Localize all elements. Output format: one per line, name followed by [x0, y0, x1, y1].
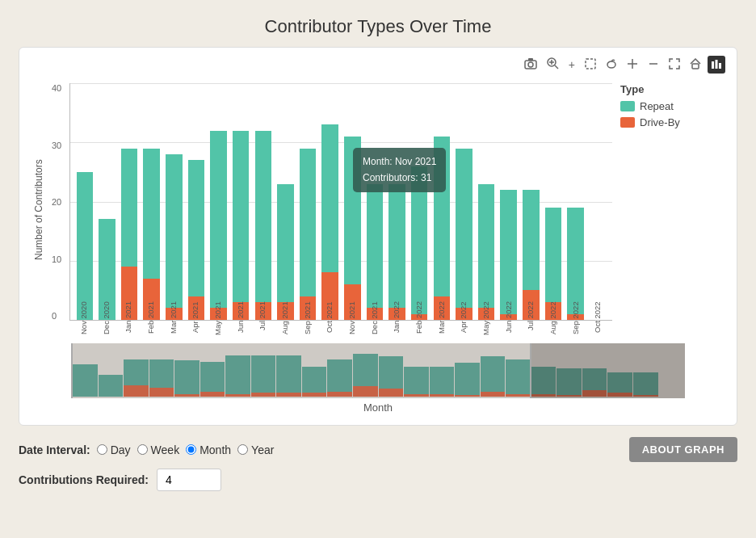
- bar-repeat-2: [121, 149, 138, 267]
- y-tick-40: 40: [52, 83, 66, 93]
- x-label-8: Jul 2021: [252, 301, 273, 342]
- bar-group-12: [342, 83, 363, 320]
- plus-btn[interactable]: +: [565, 56, 578, 74]
- x-label-20: Jul 2022: [520, 301, 541, 342]
- svg-point-8: [607, 61, 615, 68]
- svg-point-2: [528, 62, 533, 67]
- svg-rect-14: [716, 60, 718, 69]
- radio-week-input[interactable]: [137, 444, 148, 455]
- x-label-14: Jan 2022: [386, 301, 407, 342]
- radio-year-label: Year: [251, 443, 274, 456]
- bar-repeat-11: [321, 124, 338, 272]
- bar-group-5: [186, 83, 207, 320]
- svg-rect-13: [712, 61, 714, 69]
- minus-btn[interactable]: [645, 56, 662, 74]
- legend-item-driveby: Drive-By: [620, 116, 725, 128]
- bar-repeat-13: [367, 184, 384, 309]
- x-label-3: Feb 2021: [141, 301, 162, 342]
- y-axis-label: Number of Contributors: [31, 77, 47, 343]
- radio-year-input[interactable]: [237, 444, 248, 455]
- camera-btn[interactable]: [521, 56, 540, 74]
- bar-repeat-21: [545, 208, 562, 302]
- bar-group-4: [164, 83, 185, 320]
- bar-group-8: [253, 83, 274, 320]
- bar-group-11: [320, 83, 341, 320]
- svg-rect-7: [586, 59, 595, 69]
- x-label-1: Dec 2020: [96, 301, 117, 342]
- select-btn[interactable]: [582, 56, 599, 74]
- radio-week-label: Week: [151, 443, 180, 456]
- bar-group-17: [454, 83, 475, 320]
- plot-area: Month: Nov 2021 Contributors: 31 Nov 202…: [69, 77, 725, 343]
- minimap-selector[interactable]: [71, 343, 531, 398]
- bar-group-10: [297, 83, 318, 320]
- y-tick-20: 20: [52, 197, 66, 207]
- outer-container: Contributor Types Over Time +: [0, 0, 756, 538]
- bar-chart-btn[interactable]: [708, 56, 725, 74]
- bar-repeat-3: [143, 149, 160, 279]
- y-tick-30: 30: [52, 141, 66, 150]
- x-label-12: Nov 2021: [342, 301, 363, 342]
- radio-month-input[interactable]: [186, 444, 196, 455]
- lasso-btn[interactable]: [603, 56, 620, 74]
- radio-week[interactable]: Week: [137, 443, 180, 456]
- contributions-input[interactable]: [157, 469, 221, 491]
- radio-day-input[interactable]: [97, 444, 107, 455]
- x-label-21: Aug 2022: [543, 301, 564, 342]
- bar-repeat-8: [255, 131, 272, 302]
- svg-rect-15: [719, 63, 721, 69]
- tooltip: Month: Nov 2021 Contributors: 31: [353, 148, 446, 192]
- bar-group-16: [431, 83, 452, 320]
- radio-year[interactable]: Year: [237, 443, 274, 456]
- expand-btn[interactable]: [666, 56, 683, 74]
- tooltip-contributors: Contributors: 31: [363, 170, 436, 186]
- legend: Type Repeat Drive-By: [620, 83, 725, 128]
- bar-group-6: [208, 83, 229, 320]
- legend-swatch-repeat: [620, 101, 635, 111]
- minimap-container: [71, 343, 685, 398]
- radio-month-label: Month: [200, 443, 231, 456]
- zoom-btn[interactable]: [544, 56, 562, 74]
- radio-day[interactable]: Day: [97, 443, 131, 456]
- x-label-10: Sep 2021: [297, 301, 318, 342]
- x-axis-label: Month: [31, 401, 725, 414]
- bar-repeat-5: [188, 160, 205, 296]
- x-label-18: May 2022: [476, 301, 497, 342]
- bar-group-0: [74, 83, 95, 320]
- x-label-15: Feb 2022: [409, 301, 430, 342]
- bar-repeat-19: [500, 190, 517, 314]
- bar-repeat-10: [300, 149, 317, 296]
- chart-card: + Number o: [19, 47, 737, 426]
- radio-month[interactable]: Month: [186, 443, 231, 456]
- contributions-label: Contributions Required:: [19, 473, 149, 486]
- chart-border: Month: Nov 2021 Contributors: 31: [69, 83, 612, 321]
- main-chart-area: Number of Contributors 0 10 20 30 40: [31, 77, 725, 343]
- bar-group-9: [275, 83, 296, 320]
- bars-container: [74, 83, 608, 320]
- x-label-22: Sep 2022: [565, 301, 586, 342]
- bar-group-14: [387, 83, 408, 320]
- bar-repeat-4: [166, 154, 183, 308]
- bar-repeat-0: [77, 172, 94, 320]
- x-label-6: May 2021: [208, 301, 229, 342]
- svg-line-4: [555, 65, 558, 69]
- x-label-9: Aug 2021: [275, 301, 296, 342]
- legend-swatch-driveby: [620, 117, 635, 128]
- contributions-row: Contributions Required:: [19, 469, 737, 491]
- legend-label-repeat: Repeat: [640, 100, 674, 112]
- home-btn[interactable]: [687, 56, 704, 74]
- x-label-16: Mar 2022: [431, 301, 452, 342]
- radio-day-label: Day: [111, 443, 131, 456]
- bar-repeat-20: [523, 190, 540, 291]
- about-graph-btn[interactable]: ABOUT GRAPH: [629, 437, 737, 462]
- bar-repeat-14: [388, 184, 405, 309]
- legend-label-driveby: Drive-By: [640, 116, 680, 128]
- x-label-7: Jun 2021: [230, 301, 251, 342]
- bar-group-2: [119, 83, 140, 320]
- page-title: Contributor Types Over Time: [265, 16, 492, 37]
- add-btn[interactable]: [624, 56, 641, 74]
- legend-title: Type: [620, 83, 725, 95]
- x-label-0: Nov 2020: [74, 301, 94, 342]
- bar-repeat-9: [277, 184, 294, 302]
- legend-item-repeat: Repeat: [620, 100, 725, 112]
